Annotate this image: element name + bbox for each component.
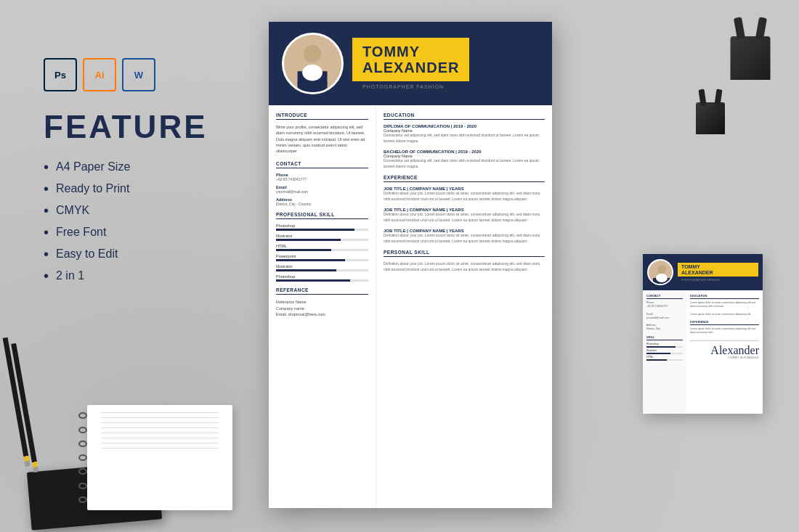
contact-email: Email yourmail@mail.com (276, 185, 368, 194)
resume-header: TOMMY ALEXANDER PHOTOGRAPHER FASHION (269, 22, 552, 105)
small-body: CONTACT Phone+62 85 743041777 Emailyourm… (643, 290, 763, 414)
referance-title: REFERANCE (276, 287, 368, 295)
feature-item-1: A4 Paper Size (44, 160, 247, 174)
feature-list: A4 Paper Size Ready to Print CMYK Free F… (44, 160, 247, 283)
referance-content: Referance Name Company name Email: dropm… (276, 299, 368, 317)
resume-right-column: EDUCATION DIPLOMA OF COMMUNICATION | 201… (376, 105, 552, 508)
skill-photoshop2: Photoshop (276, 274, 368, 282)
edu-item-1: DIPLOMA OF COMMUNICATION | 2019 - 2020 C… (384, 124, 545, 144)
feature-item-5: Easy to Edit (44, 247, 247, 261)
skill-illustrator: Illustrator (276, 234, 368, 241)
feature-item-4: Free Font (44, 225, 247, 240)
personal-skill-title: PERSONAL SKILL (384, 250, 545, 257)
small-name-line1: TOMMY (681, 264, 755, 270)
resume-small-card: TOMMY ALEXANDER PHOTOGRAPHER FASHION CON… (643, 254, 763, 414)
introduce-title: INTRODUCE (276, 112, 368, 120)
experience-title: EXPERIENCE (384, 175, 545, 182)
white-notebook (73, 394, 232, 510)
resume-body: INTRODUCE Write your profile, consectetu… (269, 105, 552, 508)
signature-area: Alexander TOMMY ALEXANDER (690, 340, 759, 359)
svg-rect-5 (310, 71, 315, 81)
education-title: EDUCATION (384, 112, 545, 120)
svg-point-7 (657, 265, 666, 274)
small-left-col: CONTACT Phone+62 85 743041777 Emailyourm… (643, 290, 686, 414)
page: Ps Ai W FEATURE A4 Paper Size Ready to P… (0, 0, 799, 532)
personal-skill-desc: Definition about your job. Lorem ipsum d… (384, 261, 545, 272)
feature-item-6: 2 in 1 (44, 269, 247, 283)
software-icons: Ps Ai W (44, 58, 247, 91)
feature-title: FEATURE (44, 109, 247, 145)
exp-item-3: JOB TITLE | COMPANY NAME | YEARS Definit… (384, 229, 545, 244)
resume-job-title: PHOTOGRAPHER FASHION (352, 84, 543, 89)
skill-powerpoint: Powerpoint (276, 254, 368, 261)
binder-clip-small (690, 87, 730, 134)
feature-item-2: Ready to Print (44, 181, 247, 196)
contact-title: CONTACT (276, 161, 368, 168)
binder-clip-large (723, 15, 777, 80)
svg-point-10 (656, 274, 668, 282)
small-photo (647, 259, 673, 285)
left-section: Ps Ai W FEATURE A4 Paper Size Ready to P… (44, 58, 247, 290)
contact-phone: Phone +62 85 743041777 (276, 173, 368, 181)
resume-name-bg: TOMMY ALEXANDER (352, 38, 469, 81)
small-name-line2: ALEXANDER (681, 270, 755, 276)
resume-main: TOMMY ALEXANDER PHOTOGRAPHER FASHION INT… (269, 22, 552, 508)
skills-list: Photoshop Illustrator HTML Powerpoint (276, 224, 368, 282)
illustrator-icon: Ai (83, 58, 116, 91)
edu-item-2: BACHELOR OF COMMUNICATION | 2019 - 2020 … (384, 150, 545, 169)
resume-name-area: TOMMY ALEXANDER PHOTOGRAPHER FASHION (344, 38, 552, 89)
small-name-area: TOMMY ALEXANDER PHOTOGRAPHER FASHION (678, 263, 758, 282)
resume-photo (282, 33, 344, 94)
skill-illustrator2: Illustrator (276, 264, 368, 271)
resume-name-line1: TOMMY (362, 44, 459, 60)
small-job-title: PHOTOGRAPHER FASHION (678, 278, 758, 282)
svg-point-1 (304, 45, 321, 62)
feature-item-3: CMYK (44, 203, 247, 218)
exp-item-1: JOB TITLE | COMPANY NAME | YEARS Definit… (384, 187, 545, 202)
small-header: TOMMY ALEXANDER PHOTOGRAPHER FASHION (643, 254, 763, 290)
contact-address: Address District, City - Country (276, 197, 368, 206)
signature-name: TOMMY ALEXANDER (690, 356, 759, 359)
word-icon: W (122, 58, 155, 91)
skill-title: PROFESSIONAL SKILL (276, 212, 368, 219)
signature-text: Alexander (690, 345, 759, 356)
resume-name-line2: ALEXANDER (362, 60, 459, 75)
pencils-decoration (3, 336, 39, 474)
skill-html: HTML (276, 244, 368, 251)
small-right-col: EDUCATION Lorem ipsum dolor sit amet con… (686, 290, 763, 414)
resume-left-column: INTRODUCE Write your profile, consectetu… (269, 105, 376, 508)
photoshop-icon: Ps (44, 58, 77, 91)
skill-photoshop: Photoshop (276, 224, 368, 231)
exp-item-2: JOB TITLE | COMPANY NAME | YEARS Definit… (384, 208, 545, 223)
introduce-content: Write your profile, consectetur adipisci… (276, 124, 368, 154)
